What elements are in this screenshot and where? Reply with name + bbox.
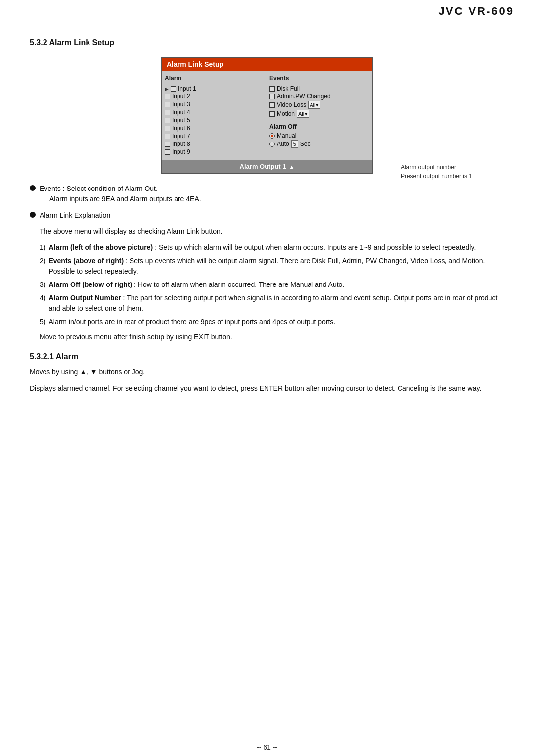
alarm-input-row-4[interactable]: Input 4 — [165, 109, 265, 116]
alarm-off-label: Alarm Off — [269, 123, 369, 130]
events-column-label: Events — [269, 75, 369, 83]
bullet-label-2: Alarm Link Explanation — [40, 210, 110, 221]
numbered-list: 1) Alarm (left of the above picture) : S… — [40, 242, 504, 327]
checkbox-input6[interactable] — [165, 126, 170, 131]
motion-dropdown[interactable]: All ▾ — [297, 110, 309, 118]
item-1-bold: Alarm (left of the above picture) — [48, 243, 153, 251]
bullet-label-1: Events : Select condition of Alarm Out. — [40, 184, 201, 194]
checkbox-motion[interactable] — [269, 111, 275, 117]
video-loss-dropdown[interactable]: All ▾ — [308, 101, 320, 109]
motion-label: Motion — [277, 110, 295, 117]
alarm-off-manual-row[interactable]: Manual — [269, 132, 369, 139]
annotation-text: Alarm output number Present output numbe… — [401, 163, 472, 181]
checkbox-input7[interactable] — [165, 134, 170, 139]
bullet-sub-1: Alarm inputs are 9EA and Alarm outputs a… — [49, 194, 201, 204]
alarm-off-auto-row[interactable]: Auto 5 Sec — [269, 140, 369, 148]
checkbox-input8[interactable] — [165, 142, 170, 147]
event-motion-row[interactable]: Motion All ▾ — [269, 110, 369, 118]
checkbox-video-loss[interactable] — [269, 102, 275, 108]
ui-footer[interactable]: Alarm Output 1 ▲ — [162, 160, 372, 173]
input6-label: Input 6 — [172, 125, 190, 132]
radio-manual[interactable] — [269, 133, 275, 139]
item-1-text: Alarm (left of the above picture) : Sets… — [48, 242, 476, 253]
bullet-circle-2 — [30, 212, 36, 218]
ui-body: Alarm ▶ Input 1 Input 2 — [162, 71, 372, 160]
numbered-item-3: 3) Alarm Off (below of right) : How to o… — [40, 280, 504, 290]
checkbox-input2[interactable] — [165, 94, 170, 99]
alarm-input-row-1[interactable]: ▶ Input 1 — [165, 85, 265, 92]
item-4-bold: Alarm Output Number — [48, 294, 121, 302]
item-5-rest: Alarm in/out ports are in rear of produc… — [48, 317, 335, 327]
sub-body-line2: Displays alarmed channel. For selecting … — [30, 383, 504, 395]
checkbox-input1[interactable] — [171, 86, 176, 92]
alarm-column-label: Alarm — [165, 75, 265, 83]
checkbox-disk-full[interactable] — [269, 86, 275, 92]
numbered-item-2: 2) Events (above of right) : Sets up eve… — [40, 256, 504, 277]
bullet-text-1: Events : Select condition of Alarm Out. … — [40, 184, 201, 204]
auto-label: Auto — [277, 141, 289, 147]
input3-label: Input 3 — [172, 101, 190, 108]
annotation-line2: Present output number is 1 — [401, 173, 472, 180]
alarm-input-row-7[interactable]: Input 7 — [165, 133, 265, 140]
video-loss-label: Video Loss — [277, 101, 306, 108]
input8-label: Input 8 — [172, 141, 190, 147]
alarm-input-row-6[interactable]: Input 6 — [165, 125, 265, 132]
bullet-section-2: Alarm Link Explanation The above menu wi… — [30, 210, 504, 342]
alarm-input-row-2[interactable]: Input 2 — [165, 93, 265, 100]
num-5: 5) — [40, 317, 45, 327]
page-number: -- 61 -- — [257, 743, 277, 751]
alarm-link-setup-ui: Alarm Link Setup Alarm ▶ Input 1 — [161, 57, 373, 174]
radio-auto[interactable] — [269, 142, 275, 147]
video-loss-dropdown-value: All — [310, 102, 315, 108]
alarm-input-row-3[interactable]: Input 3 — [165, 101, 265, 108]
alarm-output-label: Alarm Output 1 — [240, 163, 286, 170]
checkbox-input4[interactable] — [165, 110, 170, 115]
num-1: 1) — [40, 242, 45, 253]
item-3-text: Alarm Off (below of right) : How to off … — [48, 280, 344, 290]
item-2-text: Events (above of right) : Sets up events… — [48, 256, 504, 277]
input7-label: Input 7 — [172, 133, 190, 140]
input1-label: Input 1 — [178, 85, 196, 92]
events-column: Events Disk Full Admin.PW Changed — [269, 75, 369, 156]
alarm-input-row-5[interactable]: Input 5 — [165, 117, 265, 124]
checkbox-admin-pw[interactable] — [269, 94, 275, 99]
num-4: 4) — [40, 293, 45, 303]
item-3-rest: : How to off alarm when alarm occurred. … — [134, 281, 344, 288]
explanation-intro: The above menu will display as checking … — [40, 226, 504, 237]
brand-label: JVC VR-609 — [438, 5, 514, 18]
checkbox-input5[interactable] — [165, 118, 170, 123]
top-bar: JVC VR-609 — [0, 0, 534, 23]
bullet-item-1: Events : Select condition of Alarm Out. … — [30, 184, 504, 204]
main-content: 5.3.2 Alarm Link Setup Alarm Link Setup … — [0, 23, 534, 424]
admin-pw-label: Admin.PW Changed — [277, 93, 331, 100]
section-heading: 5.3.2 Alarm Link Setup — [30, 38, 504, 47]
numbered-item-1: 1) Alarm (left of the above picture) : S… — [40, 242, 504, 253]
exit-note: Move to previous menu after finish setup… — [40, 332, 504, 342]
event-disk-full-row[interactable]: Disk Full — [269, 85, 369, 92]
input5-label: Input 5 — [172, 117, 190, 124]
event-admin-pw-row[interactable]: Admin.PW Changed — [269, 93, 369, 100]
input9-label: Input 9 — [172, 148, 190, 155]
checkbox-input3[interactable] — [165, 102, 170, 107]
alarm-input-row-8[interactable]: Input 8 — [165, 141, 265, 147]
alarm-off-section: Alarm Off Manual Auto 5 — [269, 121, 369, 148]
sec-value: 5 — [293, 141, 296, 147]
bullet-circle-1 — [30, 185, 36, 191]
num-2: 2) — [40, 256, 45, 266]
sec-value-field[interactable]: 5 — [291, 140, 298, 148]
checkbox-input9[interactable] — [165, 149, 170, 155]
num-3: 3) — [40, 280, 45, 290]
item-4-text: Alarm Output Number : The part for selec… — [48, 293, 504, 314]
motion-dropdown-arrow-icon: ▾ — [305, 111, 308, 117]
event-video-loss-row[interactable]: Video Loss All ▾ — [269, 101, 369, 109]
item-1-rest: : Sets up which alarm will be output whe… — [155, 243, 476, 251]
input2-label: Input 2 — [172, 93, 190, 100]
alarm-column: Alarm ▶ Input 1 Input 2 — [165, 75, 265, 156]
disk-full-label: Disk Full — [277, 85, 300, 92]
bullet-section-1: Events : Select condition of Alarm Out. … — [30, 184, 504, 204]
bottom-bar: -- 61 -- — [0, 737, 534, 756]
sub-section-body: Moves by using ▲, ▼ buttons or Jog. Disp… — [30, 366, 504, 395]
arrow-indicator: ▶ — [165, 86, 169, 92]
item-3-bold: Alarm Off (below of right) — [48, 281, 132, 288]
alarm-input-row-9[interactable]: Input 9 — [165, 148, 265, 155]
